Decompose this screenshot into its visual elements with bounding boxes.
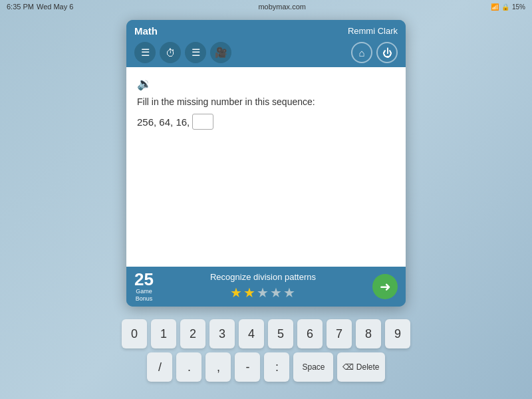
app-header: Math Remmi Clark bbox=[126, 20, 406, 39]
key-comma[interactable]: , bbox=[205, 352, 231, 382]
battery-display: 15% bbox=[512, 3, 525, 11]
key-3[interactable]: 3 bbox=[209, 319, 235, 348]
toolbar-right: ⌂ ⏻ bbox=[351, 42, 398, 63]
status-bar: 6:35 PM Wed May 6 mobymax.com 📶 🔒 15% bbox=[0, 0, 532, 13]
keypad-row-symbols: / . , - : Space ⌫ Delete bbox=[126, 352, 406, 382]
wifi-icon: 📶 bbox=[491, 3, 499, 11]
keypad-container: 0 1 2 3 4 5 6 7 8 9 / . , - : Space ⌫ De… bbox=[126, 319, 406, 386]
key-slash[interactable]: / bbox=[147, 352, 172, 382]
time-display: 6:35 PM bbox=[7, 3, 34, 11]
next-button[interactable]: ➜ bbox=[372, 274, 398, 299]
list-button[interactable]: ☰ bbox=[185, 42, 206, 63]
date-display: Wed May 6 bbox=[37, 3, 73, 11]
key-0[interactable]: 0 bbox=[122, 319, 147, 348]
lock-icon: 🔒 bbox=[501, 3, 509, 11]
speaker-icon[interactable]: 🔉 bbox=[137, 76, 395, 91]
toolbar: ☰ ⏱ ☰ 🎥 ⌂ ⏻ bbox=[126, 39, 406, 67]
star-2: ★ bbox=[243, 285, 255, 301]
key-space[interactable]: Space bbox=[293, 352, 333, 382]
key-6[interactable]: 6 bbox=[297, 319, 323, 348]
star-5: ★ bbox=[283, 285, 295, 301]
answer-input-box[interactable] bbox=[192, 114, 213, 130]
sequence-text: 256, 64, 16, bbox=[137, 116, 190, 128]
stars-display: ★ ★ ★ ★ ★ bbox=[154, 285, 372, 301]
key-colon[interactable]: : bbox=[264, 352, 289, 382]
key-1[interactable]: 1 bbox=[151, 319, 176, 348]
key-delete[interactable]: ⌫ Delete bbox=[337, 352, 384, 382]
game-bonus: 25 Game Bonus bbox=[134, 271, 154, 303]
bonus-label: Game Bonus bbox=[134, 288, 154, 303]
key-5[interactable]: 5 bbox=[268, 319, 293, 348]
key-dot[interactable]: . bbox=[176, 352, 201, 382]
url-display: mobymax.com bbox=[258, 3, 306, 11]
skill-name: Recognize division patterns bbox=[154, 272, 372, 282]
video-button[interactable]: 🎥 bbox=[210, 42, 231, 63]
toolbar-left: ☰ ⏱ ☰ 🎥 bbox=[134, 42, 231, 63]
star-1: ★ bbox=[230, 285, 242, 301]
key-minus[interactable]: - bbox=[235, 352, 260, 382]
key-4[interactable]: 4 bbox=[239, 319, 264, 348]
star-4: ★ bbox=[270, 285, 282, 301]
keypad-row-numbers: 0 1 2 3 4 5 6 7 8 9 bbox=[126, 319, 406, 348]
power-button[interactable]: ⏻ bbox=[376, 42, 398, 63]
question-text: Fill in the missing number in this seque… bbox=[137, 96, 395, 107]
key-8[interactable]: 8 bbox=[356, 319, 381, 348]
home-button[interactable]: ⌂ bbox=[351, 42, 372, 63]
bonus-number: 25 bbox=[134, 271, 154, 288]
timer-button[interactable]: ⏱ bbox=[160, 42, 181, 63]
key-7[interactable]: 7 bbox=[327, 319, 352, 348]
bottom-panel: 25 Game Bonus Recognize division pattern… bbox=[126, 267, 406, 307]
key-2[interactable]: 2 bbox=[180, 319, 205, 348]
user-name: Remmi Clark bbox=[348, 26, 398, 36]
sequence-row: 256, 64, 16, bbox=[137, 114, 395, 130]
app-title: Math bbox=[134, 25, 158, 37]
menu-button[interactable]: ☰ bbox=[134, 42, 156, 63]
star-3: ★ bbox=[257, 285, 269, 301]
key-9[interactable]: 9 bbox=[385, 319, 410, 348]
app-container: Math Remmi Clark ☰ ⏱ ☰ 🎥 ⌂ ⏻ 🔉 Fill in t… bbox=[126, 20, 406, 307]
skill-info: Recognize division patterns ★ ★ ★ ★ ★ bbox=[154, 272, 372, 301]
content-area: 🔉 Fill in the missing number in this seq… bbox=[126, 67, 406, 267]
